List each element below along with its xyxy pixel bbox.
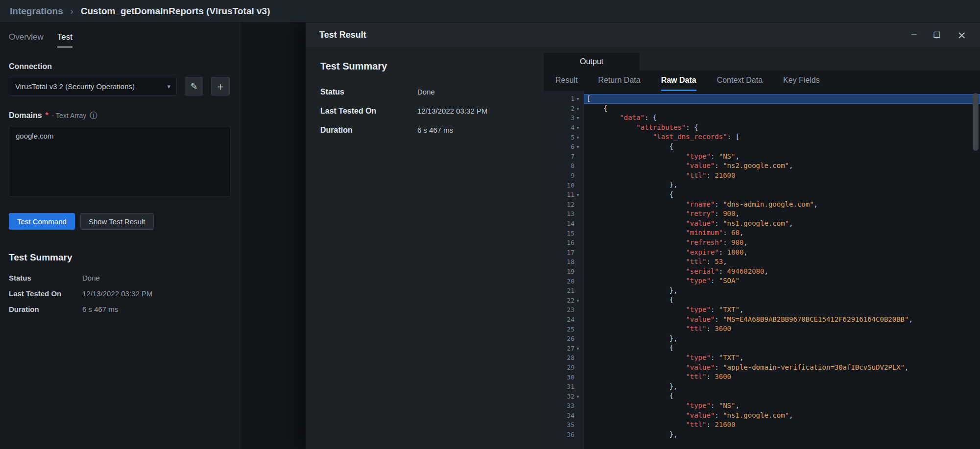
test-command-button[interactable]: Test Command bbox=[9, 213, 75, 230]
fold-toggle-icon[interactable]: ▾ bbox=[574, 346, 581, 351]
code-line-16[interactable]: "refresh": 900, bbox=[584, 238, 980, 248]
line-number: 30 bbox=[553, 374, 574, 381]
summary-value: Done bbox=[417, 88, 435, 96]
line-number: 15 bbox=[553, 230, 574, 237]
connection-label: Connection bbox=[9, 62, 231, 71]
fold-toggle-icon[interactable]: ▾ bbox=[574, 125, 581, 130]
fold-toggle-icon[interactable]: ▾ bbox=[574, 298, 581, 303]
fold-toggle-icon[interactable]: ▾ bbox=[574, 135, 581, 140]
line-number: 5 bbox=[553, 134, 574, 141]
code-line-21[interactable]: }, bbox=[584, 286, 980, 296]
gutter-line: 31 bbox=[544, 382, 583, 392]
edit-connection-button[interactable]: ✎ bbox=[185, 77, 203, 95]
minimize-icon[interactable]: ─ bbox=[911, 31, 916, 39]
code-line-17[interactable]: "expire": 1800, bbox=[584, 248, 980, 258]
code-line-1[interactable]: [ bbox=[584, 94, 980, 104]
domains-input[interactable]: google.com bbox=[9, 126, 231, 196]
code-line-31[interactable]: }, bbox=[584, 382, 980, 392]
summary-value: 6 s 467 ms bbox=[82, 305, 118, 313]
fold-toggle-icon[interactable]: ▾ bbox=[574, 394, 581, 399]
code-line-10[interactable]: }, bbox=[584, 180, 980, 190]
fold-toggle-icon[interactable]: ▾ bbox=[574, 106, 581, 111]
code-line-23[interactable]: "type": "TXT", bbox=[584, 305, 980, 315]
line-number: 33 bbox=[553, 402, 574, 409]
gutter-line: 29 bbox=[544, 363, 583, 373]
add-connection-button[interactable]: + bbox=[211, 77, 230, 95]
line-number: 36 bbox=[553, 431, 574, 438]
editor-scrollbar[interactable] bbox=[973, 93, 979, 447]
fold-toggle-icon[interactable]: ▾ bbox=[574, 115, 581, 120]
gutter-line: 5▾ bbox=[544, 132, 583, 142]
breadcrumb-integrations[interactable]: Integrations bbox=[10, 6, 63, 17]
gutter-line: 9 bbox=[544, 171, 583, 181]
gutter-line: 13 bbox=[544, 209, 583, 219]
code-line-19[interactable]: "serial": 494682080, bbox=[584, 267, 980, 277]
code-line-30[interactable]: "ttl": 3600 bbox=[584, 372, 980, 382]
tab-context-data[interactable]: Context Data bbox=[717, 71, 763, 91]
code-line-12[interactable]: "rname": "dns-admin.google.com", bbox=[584, 200, 980, 210]
code-line-8[interactable]: "value": "ns2.google.com", bbox=[584, 161, 980, 171]
summary-label: Duration bbox=[9, 305, 82, 313]
code-line-28[interactable]: "type": "TXT", bbox=[584, 353, 980, 363]
code-line-36[interactable]: }, bbox=[584, 430, 980, 440]
connection-select[interactable]: VirusTotal v3 2 (Security Operations) ▾ bbox=[9, 77, 177, 95]
code-line-15[interactable]: "minimum": 60, bbox=[584, 228, 980, 238]
code-line-13[interactable]: "retry": 900, bbox=[584, 209, 980, 219]
code-line-35[interactable]: "ttl": 21600 bbox=[584, 420, 980, 430]
line-number: 6 bbox=[553, 143, 574, 150]
info-icon[interactable]: ⓘ bbox=[90, 112, 97, 119]
fold-toggle-icon[interactable]: ▾ bbox=[574, 144, 581, 149]
code-line-4[interactable]: "attributes": { bbox=[584, 123, 980, 133]
code-line-20[interactable]: "type": "SOA" bbox=[584, 276, 980, 286]
fold-toggle-icon[interactable]: ▾ bbox=[574, 96, 581, 101]
summary-value: Done bbox=[82, 274, 100, 282]
tab-return-data[interactable]: Return Data bbox=[598, 71, 640, 91]
gutter-line: 11▾ bbox=[544, 190, 583, 200]
code-line-24[interactable]: "value": "MS=E4A68B9AB2BB9670BCE15412F62… bbox=[584, 315, 980, 325]
code-line-18[interactable]: "ttl": 53, bbox=[584, 257, 980, 267]
code-line-34[interactable]: "value": "ns1.google.com", bbox=[584, 411, 980, 421]
line-number: 23 bbox=[553, 306, 574, 313]
line-number: 34 bbox=[553, 412, 574, 419]
tab-overview[interactable]: Overview bbox=[9, 32, 44, 47]
code-line-33[interactable]: "type": "NS", bbox=[584, 401, 980, 411]
code-line-26[interactable]: }, bbox=[584, 334, 980, 344]
code-line-22[interactable]: { bbox=[584, 295, 980, 305]
line-number: 2 bbox=[553, 105, 574, 112]
code-line-5[interactable]: "last_dns_records": [ bbox=[584, 132, 980, 142]
show-test-result-button[interactable]: Show Test Result bbox=[80, 213, 154, 230]
code-line-9[interactable]: "ttl": 21600 bbox=[584, 171, 980, 181]
summary-value: 12/13/2022 03:32 PM bbox=[82, 289, 152, 298]
tab-test[interactable]: Test bbox=[57, 32, 72, 47]
close-icon[interactable]: × bbox=[957, 30, 966, 41]
window-controls: ─ ☐ × bbox=[911, 30, 966, 41]
required-marker: * bbox=[46, 111, 48, 120]
tab-key-fields[interactable]: Key Fields bbox=[783, 71, 820, 91]
scrollbar-thumb[interactable] bbox=[973, 93, 979, 151]
code-line-3[interactable]: "data": { bbox=[584, 113, 980, 123]
code-line-7[interactable]: "type": "NS", bbox=[584, 152, 980, 162]
gutter-line: 18 bbox=[544, 257, 583, 267]
code-line-29[interactable]: "value": "apple-domain-verification=30af… bbox=[584, 363, 980, 373]
gutter-line: 34 bbox=[544, 411, 583, 421]
sidebar-test-summary: Test Summary StatusDoneLast Tested On12/… bbox=[9, 252, 231, 313]
tab-output[interactable]: Output bbox=[544, 53, 640, 71]
tab-result[interactable]: Result bbox=[555, 71, 577, 91]
gutter-line: 19 bbox=[544, 267, 583, 277]
fold-toggle-icon[interactable]: ▾ bbox=[574, 192, 581, 197]
code-editor[interactable]: 1▾2▾3▾4▾5▾6▾7891011▾12131415161718192021… bbox=[544, 91, 980, 449]
code-line-27[interactable]: { bbox=[584, 343, 980, 353]
code-line-32[interactable]: { bbox=[584, 391, 980, 401]
line-number: 14 bbox=[553, 220, 574, 227]
code-line-11[interactable]: { bbox=[584, 190, 980, 200]
tab-raw-data[interactable]: Raw Data bbox=[661, 71, 696, 91]
code-line-25[interactable]: "ttl": 3600 bbox=[584, 324, 980, 334]
code-line-14[interactable]: "value": "ns1.google.com", bbox=[584, 219, 980, 229]
code-line-6[interactable]: { bbox=[584, 142, 980, 152]
pencil-icon: ✎ bbox=[190, 81, 197, 92]
code-line-2[interactable]: { bbox=[584, 104, 980, 114]
chevron-down-icon: ▾ bbox=[167, 83, 170, 90]
maximize-icon[interactable]: ☐ bbox=[933, 31, 940, 39]
modal-header: Test Result ─ ☐ × bbox=[306, 23, 980, 48]
line-number: 3 bbox=[553, 114, 574, 121]
